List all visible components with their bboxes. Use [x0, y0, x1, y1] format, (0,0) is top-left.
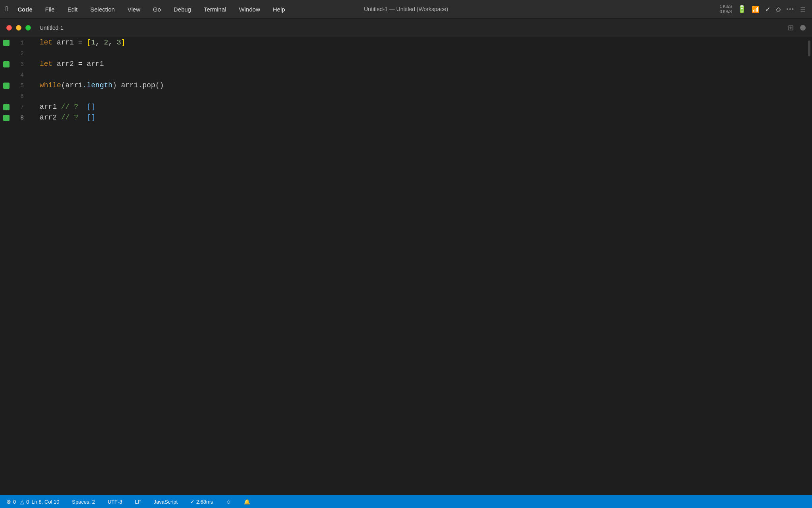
status-right: Ln 8, Col 10 Spaces: 2 UTF-8 LF JavaScri… — [29, 498, 252, 506]
wifi-icon: 📶 — [752, 6, 760, 13]
code-line-1: let arr1 = [ 1 , 2 , 3 ] — [40, 37, 812, 48]
code-line-5: while (arr1 .length ) arr1.pop() — [40, 80, 812, 91]
error-count[interactable]: ⊗ 0 △ 0 — [6, 498, 29, 505]
menu-item-code[interactable]: Code — [15, 4, 35, 14]
code-line-4 — [40, 69, 812, 80]
status-timing[interactable]: ✓ 2.68ms — [188, 498, 215, 506]
error-count-value: 0 — [13, 499, 16, 505]
breakpoint-7[interactable] — [3, 104, 10, 110]
maximize-button[interactable] — [25, 25, 31, 31]
error-icon: ⊗ — [6, 498, 11, 505]
settings-dot-icon[interactable] — [800, 25, 806, 31]
status-ln-col[interactable]: Ln 8, Col 10 — [29, 498, 61, 506]
battery-icon: 🔋 — [737, 5, 746, 13]
gutter-line-6: 6 — [3, 91, 24, 102]
editor-container: 1 2 3 4 5 6 7 8 — [0, 37, 812, 495]
menu-bar:  Code File Edit Selection View Go Debug… — [0, 0, 812, 19]
menu-item-window[interactable]: Window — [237, 4, 262, 14]
breakpoint-1[interactable] — [3, 40, 10, 46]
code-line-7: arr1 // ? [] — [40, 102, 812, 112]
vertical-scrollbar[interactable] — [806, 37, 812, 495]
status-encoding[interactable]: UTF-8 — [105, 498, 124, 506]
kw-while-5: while — [40, 80, 61, 91]
status-left: ⊗ 0 △ 0 — [6, 498, 29, 505]
status-bell-icon[interactable]: 🔔 — [241, 498, 253, 506]
list-icon: ☰ — [800, 6, 806, 13]
menu-item-terminal[interactable]: Terminal — [201, 4, 229, 14]
window-title: Untitled-1 — Untitled (Workspace) — [364, 6, 448, 12]
gutter-line-3: 3 — [3, 59, 24, 69]
status-spaces[interactable]: Spaces: 2 — [70, 498, 98, 506]
menu-item-help[interactable]: Help — [270, 4, 287, 14]
code-line-3: let arr2 = arr1 — [40, 59, 812, 69]
line-number-5: 5 — [14, 83, 24, 89]
breakpoint-5[interactable] — [3, 83, 10, 89]
split-editor-icon[interactable]: ⊞ — [788, 23, 794, 32]
line-gutter: 1 2 3 4 5 6 7 8 — [0, 37, 28, 495]
menu-item-view[interactable]: View — [125, 4, 142, 14]
close-button[interactable] — [6, 25, 12, 31]
status-bar: ⊗ 0 △ 0 Ln 8, Col 10 Spaces: 2 UTF-8 LF … — [0, 495, 812, 508]
tab-actions: ⊞ — [788, 23, 806, 32]
gutter-line-4: 4 — [3, 69, 24, 80]
menu-item-file[interactable]: File — [43, 4, 57, 14]
minimize-button[interactable] — [16, 25, 21, 31]
menu-item-go[interactable]: Go — [151, 4, 163, 14]
warning-count-value: 0 — [26, 499, 29, 505]
code-line-8: arr2 // ? [] — [40, 112, 812, 123]
menu-item-selection[interactable]: Selection — [88, 4, 117, 14]
warning-icon: △ — [20, 499, 24, 505]
menu-item-edit[interactable]: Edit — [65, 4, 80, 14]
user-icon: ◇ — [776, 6, 781, 13]
status-smiley-icon[interactable]: ☺ — [223, 498, 233, 506]
line-number-2: 2 — [14, 50, 24, 57]
line-number-7: 7 — [14, 104, 24, 110]
line-number-6: 6 — [14, 93, 24, 100]
scrollbar-thumb[interactable] — [808, 40, 810, 56]
code-editor[interactable]: let arr1 = [ 1 , 2 , 3 ] let arr2 = arr1… — [28, 37, 812, 495]
status-eol[interactable]: LF — [132, 498, 143, 506]
network-speed: 1 KB/S 0 KB/S — [720, 4, 732, 14]
line-number-3: 3 — [14, 61, 24, 67]
menu-right-icons: 1 KB/S 0 KB/S 🔋 📶 ✓ ◇ ••• ☰ — [720, 4, 806, 14]
status-language[interactable]: JavaScript — [151, 498, 180, 506]
gutter-line-8: 8 — [3, 112, 24, 123]
line-number-4: 4 — [14, 72, 24, 78]
tab-title[interactable]: Untitled-1 — [35, 22, 68, 33]
line-number-8: 8 — [14, 115, 24, 121]
gutter-line-7: 7 — [3, 102, 24, 112]
breakpoint-8[interactable] — [3, 115, 10, 121]
kw-let-1: let — [40, 37, 52, 48]
breakpoint-3[interactable] — [3, 61, 10, 67]
apple-logo[interactable]:  — [6, 5, 8, 13]
more-icon: ••• — [786, 6, 795, 12]
menu-item-debug[interactable]: Debug — [171, 4, 193, 14]
code-line-6 — [40, 91, 812, 102]
tab-bar: Untitled-1 ⊞ — [0, 19, 812, 37]
code-line-2 — [40, 48, 812, 59]
line-number-1: 1 — [14, 40, 24, 46]
gutter-line-2: 2 — [3, 48, 24, 59]
kw-let-3: let — [40, 59, 52, 69]
clock-icon: ✓ — [765, 6, 770, 13]
traffic-lights — [6, 19, 31, 37]
gutter-line-1: 1 — [3, 37, 24, 48]
gutter-line-5: 5 — [3, 80, 24, 91]
